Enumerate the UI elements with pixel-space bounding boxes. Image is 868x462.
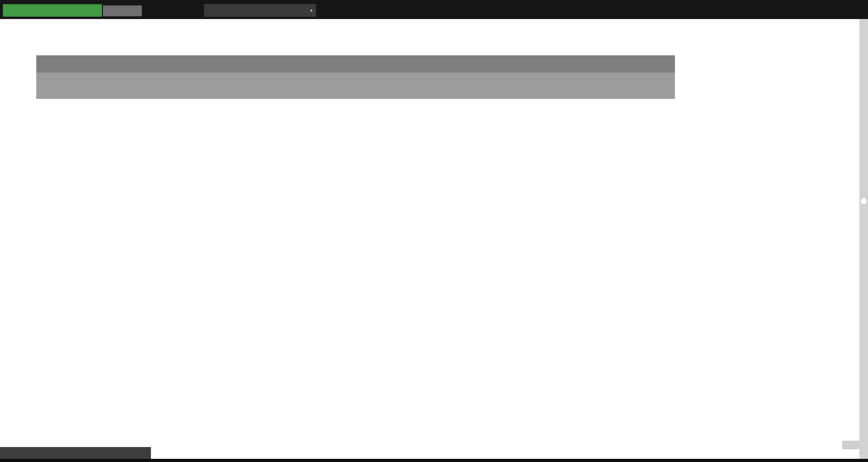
box-id-input[interactable] xyxy=(3,4,102,17)
chevron-up-icon: ▲ xyxy=(310,8,313,13)
scrollbar[interactable] xyxy=(859,19,868,459)
scrollbar-thumb[interactable] xyxy=(861,198,867,204)
box-select-dropdown[interactable]: ▲ xyxy=(204,4,316,17)
bottom-tab-bar xyxy=(0,447,151,459)
top-bar: ▲ xyxy=(0,0,868,19)
sensor-panel xyxy=(36,55,675,99)
panel-body xyxy=(36,73,675,99)
scroll-corner xyxy=(842,441,859,449)
get-boxinfo-button[interactable] xyxy=(103,5,142,16)
window-bottom-edge xyxy=(0,459,868,462)
panel-header xyxy=(36,55,675,73)
